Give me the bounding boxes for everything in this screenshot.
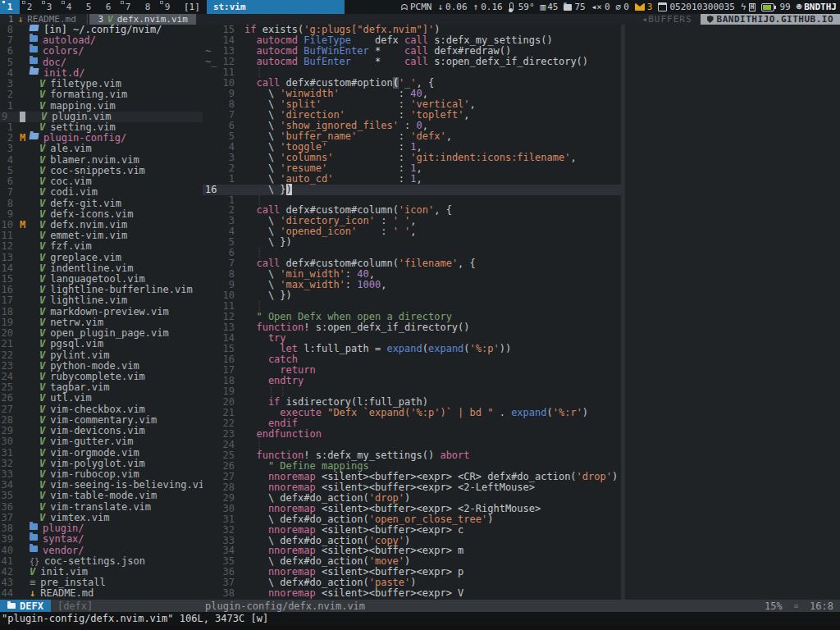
code-token: nnoremap bbox=[244, 587, 322, 599]
workspace-marker bbox=[121, 1, 124, 4]
code-token: autocmd bbox=[244, 56, 304, 67]
vim-icon: V bbox=[39, 502, 45, 513]
code-line-4[interactable]: ~_12 autocmd BufEnter * call s:open_defx… bbox=[203, 57, 621, 67]
git-sign bbox=[203, 174, 217, 185]
entry-name: coc-settings.json bbox=[44, 556, 145, 567]
code-token: ) bbox=[410, 577, 416, 588]
code-token: , bbox=[381, 279, 386, 290]
workspace-9[interactable]: 9 bbox=[158, 0, 177, 14]
relative-line-number: 29 bbox=[217, 493, 235, 504]
defx-row-mapping.vim[interactable]: 1Vmapping.vim bbox=[0, 101, 203, 112]
entry-name: defx-git.vim bbox=[50, 199, 121, 209]
code-line-21[interactable]: 5 \ }) bbox=[203, 237, 621, 248]
defx-row-plugin-config[interactable]: 2Mplugin-config/ bbox=[0, 133, 203, 144]
buffer-tab-README.md[interactable]: 1 ↓README.md bbox=[0, 14, 84, 25]
workspace-2[interactable]: 2 bbox=[20, 0, 39, 14]
defx-file-explorer[interactable]: 8[in] ~/.config/nvim/7autoload/6colors/5… bbox=[0, 25, 203, 600]
code-line-26[interactable]: 10 \ }) bbox=[203, 290, 621, 301]
code-token: ( bbox=[547, 407, 553, 418]
code-token: <silent><buffer><expr> <CR> defx#do_acti… bbox=[322, 471, 577, 482]
folder-icon bbox=[30, 57, 38, 64]
user-name: BNDTHJ bbox=[804, 2, 837, 12]
defx-row-vim-gutter.vim[interactable]: 30Vvim-gutter.vim bbox=[0, 436, 203, 447]
relative-line-number: 28 bbox=[217, 482, 235, 493]
git-sign: ~ bbox=[203, 46, 217, 57]
defx-row-lightline.vim[interactable]: 17Vlightline.vim bbox=[0, 295, 203, 306]
code-token: , { bbox=[417, 77, 435, 89]
defx-row-README.md[interactable]: 44↓README.md bbox=[0, 588, 203, 599]
workspace-4[interactable]: 4 bbox=[59, 0, 79, 14]
git-status-indicator bbox=[20, 274, 30, 285]
workspace-7[interactable]: 7 bbox=[118, 0, 138, 14]
defx-row-markdown-preview.vim[interactable]: 18Vmarkdown-preview.vim bbox=[0, 307, 203, 317]
defx-row-vim-polyglot.vim[interactable]: 32Vvim-polyglot.vim bbox=[0, 459, 203, 469]
folder-icon bbox=[30, 546, 38, 552]
entry-name: vim-orgmode.vim bbox=[50, 448, 139, 459]
line-number: 2 bbox=[0, 89, 13, 100]
entry-name: markdown-preview.vim bbox=[50, 307, 169, 317]
folder-icon bbox=[30, 523, 38, 530]
defx-row-defx-icons.vim[interactable]: 9Vdefx-icons.vim bbox=[0, 209, 203, 220]
code-token: "Defx `expand('%:p')` | bd " bbox=[327, 407, 493, 418]
vim-command-line[interactable]: "plugin-config/defx.nvim.vim" 106L, 3473… bbox=[0, 612, 840, 625]
code-token: 0 bbox=[417, 120, 422, 131]
statusline-percent: 15% bbox=[765, 600, 783, 612]
defx-row-coc.vim[interactable]: 6Vcoc.vim bbox=[0, 176, 203, 187]
code-token: 'copy' bbox=[369, 535, 404, 546]
code-token: call bbox=[244, 258, 280, 269]
workspace-8[interactable]: 8 bbox=[138, 0, 158, 14]
defx-row-vim-translate.vim[interactable]: 36Vvim-translate.vim bbox=[0, 502, 203, 513]
code-token: 'icon' bbox=[399, 204, 434, 216]
defx-row-plugin.vim[interactable]: 9Vplugin.vim bbox=[0, 112, 203, 122]
defx-row-coc-settings.json[interactable]: 41{}coc-settings.json bbox=[0, 556, 203, 567]
code-buffer[interactable]: 15if exists('g:plugs["defx.nvim"]')14 au… bbox=[203, 25, 621, 600]
vim-icon: V bbox=[39, 436, 45, 447]
code-token: expand bbox=[386, 343, 422, 354]
entry-name: blamer.nvim.vim bbox=[50, 155, 139, 166]
git-sign bbox=[203, 269, 217, 280]
defx-row-vim-table-mode.vim[interactable]: 35Vvim-table-mode.vim bbox=[0, 491, 203, 501]
code-token: ( bbox=[463, 343, 469, 354]
defx-row-coc-snippets.vim[interactable]: 5Vcoc-snippets.vim bbox=[0, 166, 203, 176]
entry-name: lightline.vim bbox=[50, 295, 127, 306]
defx-row-utl.vim[interactable]: 26Vutl.vim bbox=[0, 393, 203, 404]
entry-name: vim-checkbox.vim bbox=[50, 404, 145, 415]
defx-row-codi.vim[interactable]: 7Vcodi.vim bbox=[0, 187, 203, 198]
code-line-54[interactable]: 38 nnoremap <silent><buffer><expr> V bbox=[203, 588, 621, 599]
defx-row-defx-git.vim[interactable]: 8Vdefx-git.vim bbox=[0, 199, 203, 209]
defx-row-pylint.vim[interactable]: 22Vpylint.vim bbox=[0, 350, 203, 361]
defx-row-fzf.vim[interactable]: 12Vfzf.vim bbox=[0, 241, 203, 252]
git-sign bbox=[203, 344, 217, 354]
workspace-5[interactable]: 5 bbox=[79, 0, 98, 14]
code-line-39[interactable]: 23 endfunction bbox=[203, 429, 621, 440]
defx-row-vendor[interactable]: 40vendor/ bbox=[0, 546, 203, 556]
buffer-tab-defx.nvim.vim[interactable]: 3 Vdefx.nvim.vim bbox=[89, 14, 195, 25]
code-token: autocmd bbox=[244, 34, 304, 46]
relative-line-number: 6 bbox=[217, 121, 235, 131]
workspace-1[interactable]: 1 bbox=[0, 0, 20, 14]
defx-row-vim-orgmode.vim[interactable]: 31Vvim-orgmode.vim bbox=[0, 448, 203, 459]
line-number: 17 bbox=[0, 295, 13, 306]
relative-line-number: 4 bbox=[217, 142, 235, 153]
code-token: " Define mappings bbox=[244, 460, 369, 472]
code-line-16[interactable]: 16 \ }) bbox=[203, 185, 621, 195]
workspace-6[interactable]: 6 bbox=[98, 0, 118, 14]
line-number: 21 bbox=[0, 339, 13, 349]
entry-name: vim-polyglot.vim bbox=[50, 459, 145, 469]
code-token: \ bbox=[244, 279, 280, 290]
defx-row-ale.vim[interactable]: 3Vale.vim bbox=[0, 144, 203, 154]
workspace-3[interactable]: 3 bbox=[39, 0, 59, 14]
defx-row-emmet-vim.vim[interactable]: 11Vemmet-vim.vim bbox=[0, 231, 203, 241]
defx-row-pgsql.vim[interactable]: 21Vpgsql.vim bbox=[0, 339, 203, 349]
line-number: 30 bbox=[0, 436, 13, 447]
defx-row-formating.vim[interactable]: 2Vformating.vim bbox=[0, 89, 203, 100]
ghost-icon: ᗣ bbox=[401, 2, 408, 12]
defx-row-vim-checkbox.vim[interactable]: 27Vvim-checkbox.vim bbox=[0, 404, 203, 415]
relative-line-number: 18 bbox=[217, 376, 235, 386]
mail-count: 3 bbox=[647, 2, 653, 12]
code-token: ) bbox=[612, 471, 618, 482]
tmux-session-name[interactable]: st:vim bbox=[207, 0, 345, 14]
defx-row-greplace.vim[interactable]: 13Vgreplace.vim bbox=[0, 253, 203, 263]
defx-row-tagbar.vim[interactable]: 25Vtagbar.vim bbox=[0, 382, 203, 393]
defx-row-blamer.nvim.vim[interactable]: 4Vblamer.nvim.vim bbox=[0, 155, 203, 166]
